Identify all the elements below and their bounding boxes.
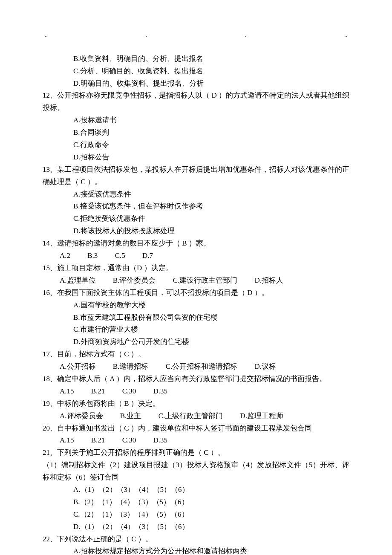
q12-option-d: D.招标公告 <box>43 151 349 164</box>
q13-option-c: C.拒绝接受该优惠条件 <box>43 213 349 225</box>
q16-option-b: B.市蓝天建筑工程股份有限公司集资的住宅楼 <box>43 312 349 324</box>
question-16: 16、在我国下面投资主体的工程项目，可以不招投标的项目是（ D ）。 <box>43 287 349 299</box>
q17-option-d: D.议标 <box>254 361 276 373</box>
question-21: 21、下列关于施工公开招标的程序排列正确的是（ C ）。 <box>43 447 349 459</box>
question-14: 14、邀请招标的邀请对象的数目不应少于（ B ）家。 <box>43 237 349 250</box>
q13-option-d: D.将该投标人的投标按废标处理 <box>43 225 349 237</box>
q12-option-b: B.合同谈判 <box>43 127 349 139</box>
question-18: 18、确定中标人后（ A ）内，招标人应当向有关行政监督部门提交招标情况的书面报… <box>43 373 349 385</box>
header-dots: .. . . .. <box>43 30 349 53</box>
q12-option-a: A.投标邀请书 <box>43 114 349 127</box>
prev-option-c: C.分析、明确目的、收集资料、提出报名 <box>43 65 349 78</box>
q21-option-d: D.（1）（2）（4）（3）（5）（6） <box>43 521 349 533</box>
q19-option-d: D.监理工程师 <box>240 410 283 422</box>
q16-option-c: C.市建行的营业大楼 <box>43 324 349 336</box>
q15-option-a: A.监理单位 <box>60 275 96 287</box>
q19-option-c: C.上级行政主管部门 <box>159 410 223 422</box>
q16-option-a: A.国有学校的教学大楼 <box>43 299 349 312</box>
prev-option-d: D.明确目的、收集资料、提出报名、分析 <box>43 78 349 90</box>
q17-options: A.公开招标 B.邀请招标 C.公开招标和邀请招标 D.议标 <box>43 361 349 373</box>
q12-option-c: C.行政命令 <box>43 139 349 151</box>
q20-option-c: C.30 <box>122 434 136 447</box>
q18-options: A.15 B.21 C.30 D.35 <box>43 385 349 398</box>
question-20: 20、自中标通知书发出（ C ）内，建设单位和中标人签订书面的建设工程承发包合同 <box>43 422 349 435</box>
q19-option-b: B.业主 <box>120 410 141 422</box>
question-22: 22、下列说法不正确的是（ C ）。 <box>43 533 349 546</box>
q21-option-b: B.（2）（1）（4）（3）（5）（6） <box>43 496 349 509</box>
q14-options: A.2 B.3 C.5 D.7 <box>43 250 349 262</box>
q20-option-d: D.35 <box>153 434 167 447</box>
q18-option-b: B.21 <box>91 385 105 398</box>
q22-option-a: A.招标投标规定招标方式分为公开招标和邀请招标两类 <box>43 545 349 555</box>
q17-option-c: C.公开招标和邀请招标 <box>166 361 238 373</box>
q14-option-b: B.3 <box>87 250 98 262</box>
q15-option-d: D.招标人 <box>254 275 283 287</box>
dot-2: . <box>146 30 147 40</box>
q19-option-a: A.评标委员会 <box>60 410 103 422</box>
question-17: 17、目前，招标方式有（ C ）。 <box>43 348 349 361</box>
q13-option-a: A.接受该优惠条件 <box>43 188 349 201</box>
q18-option-a: A.15 <box>60 385 74 398</box>
question-19: 19、中标的承包商将由（ B ）决定。 <box>43 398 349 410</box>
q14-option-a: A.2 <box>60 250 70 262</box>
q14-option-c: C.5 <box>115 250 125 262</box>
q20-option-a: A.15 <box>60 434 74 447</box>
prev-option-b: B.收集资料、明确目的、分析、提出报名 <box>43 53 349 65</box>
q19-options: A.评标委员会 B.业主 C.上级行政主管部门 D.监理工程师 <box>43 410 349 422</box>
question-15: 15、施工项目定标，通常由（D ）决定。 <box>43 262 349 275</box>
q21-option-c: C.（2）（1）（3）（4）（5）（6） <box>43 509 349 521</box>
q15-option-b: B.评价委员会 <box>113 275 156 287</box>
q15-options: A.监理单位 B.评价委员会 C.建设行政主管部门 D.招标人 <box>43 275 349 287</box>
q18-option-d: D.35 <box>153 385 167 398</box>
q21-option-a: A.（1）（2）（3）（4）（5）（6） <box>43 484 349 496</box>
q17-option-b: B.邀请招标 <box>113 361 149 373</box>
dot-4: .. <box>344 30 347 40</box>
q14-option-d: D.7 <box>142 250 153 262</box>
q20-options: A.15 B.21 C.30 D.35 <box>43 434 349 447</box>
question-13: 13、某工程项目依法招标发包，某投标人在开标后提出增加优惠条件，招标人对该优惠条… <box>43 164 349 188</box>
q18-option-c: C.30 <box>122 385 136 398</box>
dot-3: . <box>245 30 247 40</box>
dot-1: .. <box>45 30 48 40</box>
q13-option-b: B.接受该优惠条件，但在评标时仅作参考 <box>43 200 349 213</box>
document-page: .. . . .. B.收集资料、明确目的、分析、提出报名 C.分析、明确目的、… <box>0 0 392 555</box>
question-12: 12、公开招标亦称无限竞争性招标，是指招标人以（ D ）的方式邀请不特定的法人或… <box>43 90 349 114</box>
q20-option-b: B.21 <box>91 434 105 447</box>
q16-option-d: D.外商独资房地产公司开发的住宅楼 <box>43 336 349 348</box>
q17-option-a: A.公开招标 <box>60 361 96 373</box>
q15-option-c: C.建设行政主管部门 <box>173 275 238 287</box>
question-21-sub: （1）编制招标文件（2）建设项目报建（3）投标人资格预审（4）发放招标文件（5）… <box>43 459 349 484</box>
